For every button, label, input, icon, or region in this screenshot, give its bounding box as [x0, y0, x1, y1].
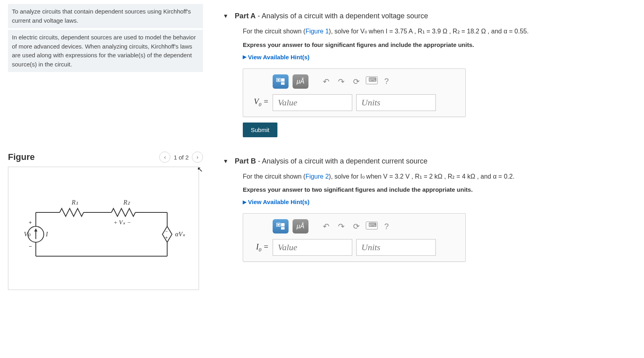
keyboard-icon[interactable] — [366, 222, 377, 232]
svg-text:−: − — [165, 229, 168, 233]
part-b-instruction: Express your answer to two significant f… — [243, 186, 632, 193]
svg-text:R₂: R₂ — [123, 199, 130, 206]
svg-text:−: − — [29, 243, 32, 249]
figure-image: − + R₁ R₂ + Vₓ − V₀ + − I αVₓ — [8, 167, 199, 290]
part-a-answer-box: μÅ ↶ ↷ ⟳ ? V0 = — [243, 68, 466, 117]
help-icon[interactable]: ? — [381, 77, 392, 86]
help-icon[interactable]: ? — [381, 222, 392, 231]
part-b-value-input[interactable] — [273, 239, 352, 256]
svg-text:αVₓ: αVₓ — [175, 231, 185, 237]
template-tool-button[interactable] — [273, 74, 289, 89]
part-a-instruction: Express your answer to four significant … — [243, 41, 632, 48]
part-a-submit-button[interactable]: Submit — [243, 123, 277, 137]
svg-rect-24 — [281, 78, 285, 81]
figure-nav-text: 1 of 2 — [174, 154, 189, 161]
undo-icon[interactable]: ↶ — [320, 222, 332, 231]
svg-rect-26 — [281, 82, 285, 85]
part-a-collapse-icon[interactable]: ▼ — [223, 13, 228, 19]
svg-text:V₀: V₀ — [24, 231, 31, 237]
part-b-variable-label: I0 = — [249, 242, 269, 253]
svg-rect-31 — [281, 227, 285, 230]
part-b-title: Part B - Analysis of a circuit with a de… — [235, 157, 427, 165]
intro-text-2: In electric circuits, dependent sources … — [8, 30, 203, 72]
part-a-title: Part A - Analysis of a circuit with a de… — [235, 12, 428, 20]
svg-text:+: + — [165, 235, 168, 240]
symbols-tool-button[interactable]: μÅ — [293, 74, 308, 89]
chevron-right-icon: ▶ — [243, 54, 246, 60]
redo-icon[interactable]: ↷ — [336, 77, 347, 86]
reset-icon[interactable]: ⟳ — [351, 222, 362, 231]
part-a-units-input[interactable] — [356, 94, 436, 111]
svg-text:+: + — [29, 219, 32, 226]
svg-rect-28 — [277, 224, 279, 226]
svg-text:I: I — [45, 231, 48, 237]
part-b-units-input[interactable] — [356, 239, 436, 256]
part-b-collapse-icon[interactable]: ▼ — [223, 158, 228, 164]
figure-2-link[interactable]: Figure 2 — [305, 173, 329, 180]
part-a-problem-text: For the circuit shown (Figure 1), solve … — [243, 26, 632, 37]
part-b-answer-box: μÅ ↶ ↷ ⟳ ? I0 = — [243, 213, 466, 262]
svg-text:+ Vₓ −: + Vₓ − — [113, 219, 131, 226]
figure-title: Figure — [8, 152, 35, 162]
svg-rect-23 — [277, 79, 279, 81]
part-b-hints-toggle[interactable]: ▶View Available Hint(s) — [243, 198, 632, 205]
figure-prev-button[interactable]: ‹ — [159, 152, 170, 163]
svg-text:R₁: R₁ — [71, 199, 78, 206]
keyboard-icon[interactable] — [366, 76, 377, 86]
reset-icon[interactable]: ⟳ — [351, 77, 362, 86]
part-a-variable-label: V0 = — [249, 97, 269, 108]
redo-icon[interactable]: ↷ — [336, 222, 347, 231]
part-a-hints-toggle[interactable]: ▶View Available Hint(s) — [243, 54, 632, 60]
figure-1-link[interactable]: Figure 1 — [305, 28, 329, 35]
svg-rect-29 — [281, 223, 285, 226]
symbols-tool-button[interactable]: μÅ — [293, 219, 308, 233]
intro-text-1: To analyze circuits that contain depende… — [8, 4, 203, 28]
chevron-right-icon: ▶ — [243, 199, 246, 205]
part-a-value-input[interactable] — [273, 94, 352, 111]
figure-next-button[interactable]: › — [192, 152, 203, 163]
part-b-problem-text: For the circuit shown (Figure 2), solve … — [243, 171, 632, 182]
undo-icon[interactable]: ↶ — [320, 77, 332, 86]
template-tool-button[interactable] — [273, 219, 289, 233]
